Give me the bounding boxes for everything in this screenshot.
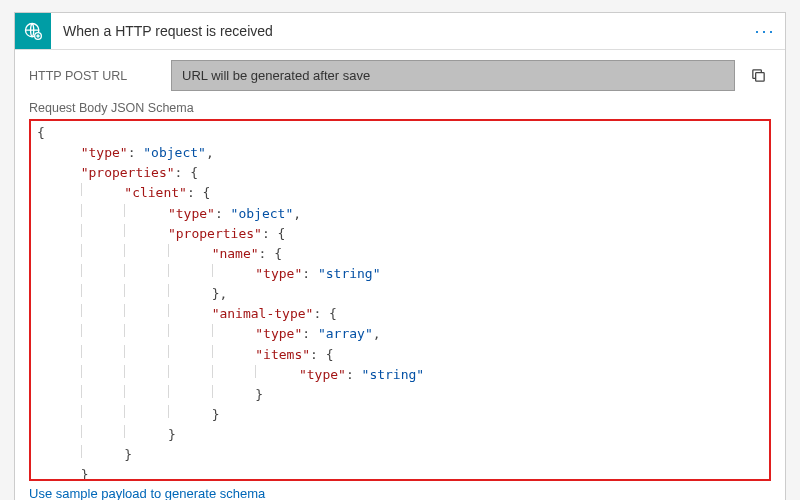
schema-label: Request Body JSON Schema	[29, 101, 771, 115]
json-schema-editor[interactable]: { "type": "object", "properties": { "cli…	[29, 119, 771, 481]
card-header: When a HTTP request is received ···	[15, 13, 785, 50]
copy-icon	[750, 67, 767, 84]
http-url-label: HTTP POST URL	[29, 69, 161, 83]
svg-rect-2	[755, 73, 764, 82]
card-title: When a HTTP request is received	[51, 13, 745, 49]
copy-url-button[interactable]	[745, 63, 771, 89]
http-url-value: URL will be generated after save	[171, 60, 735, 91]
http-url-row: HTTP POST URL URL will be generated afte…	[29, 60, 771, 91]
card-menu-button[interactable]: ···	[745, 13, 785, 49]
sample-payload-link[interactable]: Use sample payload to generate schema	[29, 486, 265, 500]
card-body: HTTP POST URL URL will be generated afte…	[15, 50, 785, 500]
trigger-card: When a HTTP request is received ··· HTTP…	[14, 12, 786, 500]
http-trigger-icon	[15, 13, 51, 49]
